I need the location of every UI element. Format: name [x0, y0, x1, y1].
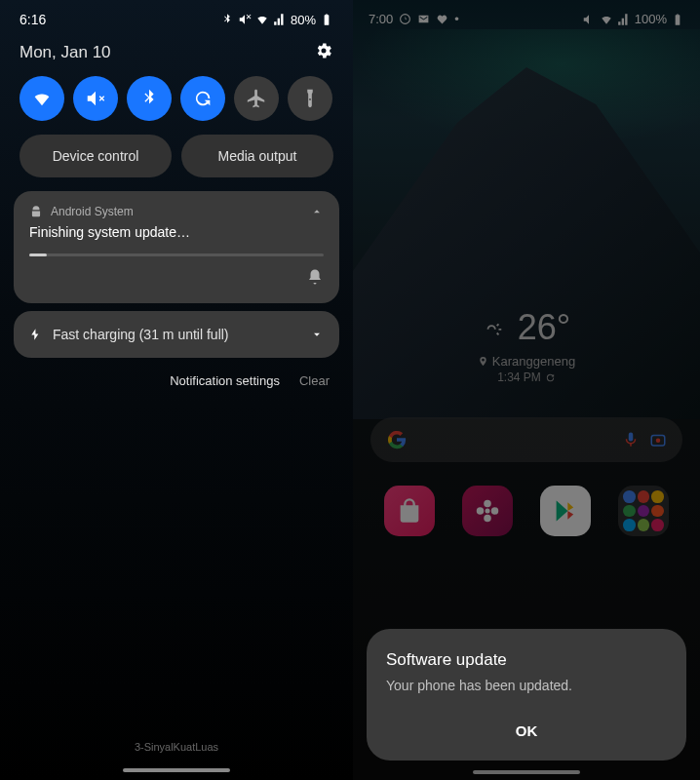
notification-title: Finishing system update…: [29, 224, 324, 240]
notification-card[interactable]: Android System Finishing system update…: [14, 191, 339, 303]
update-dialog: Software update Your phone has been upda…: [367, 629, 686, 760]
chevron-down-icon[interactable]: [310, 328, 324, 341]
phone-left: 6:16 80% Mon, Jan 10 Device control Medi…: [0, 0, 353, 780]
charging-card[interactable]: Fast charging (31 m until full): [14, 311, 339, 358]
charging-text: Fast charging (31 m until full): [53, 327, 229, 342]
notification-header: Android System: [29, 205, 324, 218]
wifi-toggle[interactable]: [19, 76, 64, 121]
status-icons: 80%: [220, 13, 333, 27]
bolt-icon: [29, 328, 43, 341]
settings-icon[interactable]: [314, 41, 333, 64]
progress-bar: [29, 254, 324, 256]
notification-bell[interactable]: [29, 268, 324, 290]
device-control-button[interactable]: Device control: [19, 135, 172, 177]
quick-settings-buttons: Device control Media output: [0, 135, 353, 191]
battery-percent: 80%: [291, 13, 316, 27]
phone-right: 7:00 • 100% 26° Karanggeneng 1:34 PM: [353, 0, 700, 780]
nav-bar[interactable]: [123, 768, 230, 772]
flashlight-toggle[interactable]: [288, 76, 332, 121]
date-row: Mon, Jan 10: [0, 35, 353, 76]
dialog-title: Software update: [386, 650, 667, 670]
status-time: 6:16: [19, 12, 46, 27]
notification-source: Android System: [51, 205, 134, 218]
mute-icon: [238, 13, 252, 26]
airplane-toggle[interactable]: [234, 76, 279, 121]
rotate-toggle[interactable]: [180, 76, 225, 121]
bluetooth-icon: [220, 13, 234, 26]
battery-icon: [320, 13, 333, 26]
dialog-body: Your phone has been updated.: [386, 678, 667, 693]
carrier-label: 3-SinyalKuatLuas: [0, 741, 353, 753]
status-bar: 6:16 80%: [0, 0, 353, 35]
wifi-icon: [255, 13, 269, 26]
chevron-up-icon[interactable]: [310, 205, 324, 218]
sound-toggle[interactable]: [73, 76, 118, 121]
bell-icon: [306, 268, 324, 286]
media-output-button[interactable]: Media output: [181, 135, 333, 177]
notification-settings-link[interactable]: Notification settings: [170, 373, 280, 388]
android-icon: [29, 205, 43, 218]
dialog-ok-button[interactable]: OK: [386, 705, 667, 753]
nav-bar[interactable]: [473, 770, 580, 774]
date-label: Mon, Jan 10: [19, 43, 111, 62]
notification-actions: Notification settings Clear: [0, 358, 353, 404]
quick-settings-toggles: [0, 76, 353, 135]
signal-icon: [273, 13, 287, 26]
bluetooth-toggle[interactable]: [127, 76, 172, 121]
clear-link[interactable]: Clear: [299, 373, 330, 388]
